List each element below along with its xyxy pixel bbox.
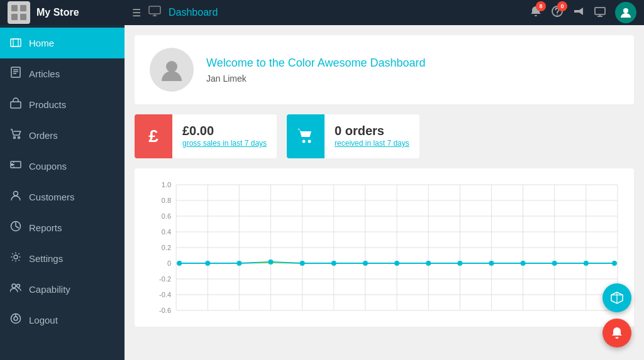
svg-rect-9 <box>595 8 605 14</box>
page-title: Dashboard <box>169 7 218 18</box>
sidebar-item-orders[interactable]: Orders <box>0 120 125 151</box>
svg-rect-14 <box>13 39 18 46</box>
svg-point-8 <box>557 14 558 15</box>
monitor-icon[interactable] <box>148 6 161 20</box>
svg-text:-0.2: -0.2 <box>159 275 171 283</box>
svg-point-27 <box>14 255 18 259</box>
sidebar-capability-label: Capability <box>29 284 70 295</box>
svg-text:0.6: 0.6 <box>162 212 171 220</box>
svg-point-72 <box>269 259 274 265</box>
svg-point-73 <box>300 261 305 266</box>
sidebar-coupons-label: Coupons <box>29 161 67 172</box>
sidebar-item-customers[interactable]: Customers <box>0 182 125 212</box>
fab-box-button[interactable] <box>602 283 631 312</box>
sales-info: £0.00 gross sales in last 7 days <box>172 117 277 155</box>
capability-icon <box>10 282 21 297</box>
chart-card: 1.0 0.8 0.6 0.4 0.2 0 -0.2 -0.4 -0.6 <box>135 168 634 327</box>
screen-button[interactable] <box>594 5 606 21</box>
svg-point-81 <box>552 261 557 266</box>
svg-text:1.0: 1.0 <box>162 181 171 188</box>
chart-svg: 1.0 0.8 0.6 0.4 0.2 0 -0.2 -0.4 -0.6 <box>145 178 624 317</box>
svg-rect-3 <box>20 14 26 20</box>
svg-point-29 <box>17 285 20 288</box>
svg-point-71 <box>236 261 242 266</box>
sidebar-settings-label: Settings <box>29 253 63 264</box>
fab-bell-button[interactable] <box>602 319 631 347</box>
orders-value: 0 orders <box>335 124 384 138</box>
svg-point-79 <box>489 261 494 266</box>
sidebar-item-reports[interactable]: Reports <box>0 212 125 243</box>
announcement-button[interactable] <box>572 5 585 21</box>
svg-point-80 <box>521 261 526 266</box>
sidebar-customers-label: Customers <box>29 192 75 202</box>
svg-text:-0.6: -0.6 <box>159 307 171 314</box>
svg-point-25 <box>14 192 18 196</box>
svg-point-21 <box>18 137 20 139</box>
sidebar-item-settings[interactable]: Settings <box>0 243 125 274</box>
customers-icon <box>10 190 21 204</box>
header-brand: My Store <box>8 1 132 24</box>
logout-icon <box>10 313 21 327</box>
svg-text:0.2: 0.2 <box>162 244 171 251</box>
sidebar-item-products[interactable]: Products <box>0 89 125 120</box>
help-button[interactable]: 0 <box>551 5 564 21</box>
brand-name: My Store <box>36 7 79 18</box>
header-center: ☰ Dashboard <box>132 6 530 20</box>
sidebar-item-coupons[interactable]: Coupons <box>0 151 125 182</box>
sidebar-orders-label: Orders <box>29 130 58 141</box>
bell-fab-icon <box>610 326 624 340</box>
sidebar-articles-label: Articles <box>29 68 60 79</box>
sales-value: £0.00 <box>182 124 214 138</box>
stats-row: £ £0.00 gross sales in last 7 days 0 ord… <box>135 114 634 158</box>
sidebar-home-label: Home <box>29 38 54 48</box>
home-icon <box>10 36 21 50</box>
welcome-card: Welcome to the Color Awesome Dashboard J… <box>135 35 634 104</box>
body: Home Articles Products <box>0 25 644 360</box>
main-content: Welcome to the Color Awesome Dashboard J… <box>125 25 644 360</box>
sidebar-products-label: Products <box>29 99 66 110</box>
stat-card-sales[interactable]: £ £0.00 gross sales in last 7 days <box>135 114 277 158</box>
articles-icon <box>10 67 21 81</box>
svg-text:0.8: 0.8 <box>162 197 171 204</box>
sidebar: Home Articles Products <box>0 25 125 360</box>
svg-text:-0.4: -0.4 <box>159 291 171 298</box>
svg-point-76 <box>394 261 399 266</box>
svg-point-77 <box>426 261 431 266</box>
help-badge: 0 <box>557 1 567 11</box>
pound-icon: £ <box>148 126 158 146</box>
sales-label: gross sales in last 7 days <box>182 138 267 149</box>
svg-rect-19 <box>11 102 21 108</box>
notification-button[interactable]: 8 <box>530 5 542 21</box>
box-fab-icon <box>610 291 624 305</box>
svg-point-70 <box>205 261 210 266</box>
sidebar-item-home[interactable]: Home <box>0 28 125 58</box>
sidebar-item-articles[interactable]: Articles <box>0 58 125 89</box>
svg-point-35 <box>308 140 311 143</box>
hamburger-icon[interactable]: ☰ <box>132 7 141 19</box>
products-icon <box>10 97 21 112</box>
welcome-avatar <box>150 48 194 92</box>
sidebar-item-logout[interactable]: Logout <box>0 305 125 335</box>
coupons-icon <box>10 159 21 173</box>
chart-container: 1.0 0.8 0.6 0.4 0.2 0 -0.2 -0.4 -0.6 <box>145 178 624 317</box>
welcome-title: Welcome to the Color Awesome Dashboard <box>206 57 426 70</box>
svg-point-69 <box>177 261 182 266</box>
svg-text:0: 0 <box>167 259 171 267</box>
sidebar-item-capability[interactable]: Capability <box>0 274 125 305</box>
header: My Store ☰ Dashboard 8 0 <box>0 0 644 25</box>
svg-point-28 <box>12 284 16 288</box>
svg-rect-15 <box>11 67 20 77</box>
svg-point-74 <box>331 261 336 266</box>
svg-point-78 <box>457 261 462 266</box>
stat-card-orders[interactable]: 0 orders received in last 7 days <box>287 114 419 158</box>
svg-text:0.4: 0.4 <box>162 228 171 236</box>
welcome-text: Welcome to the Color Awesome Dashboard J… <box>206 57 426 84</box>
orders-icon-box <box>287 114 325 158</box>
svg-point-20 <box>14 137 16 139</box>
brand-logo <box>8 1 30 24</box>
svg-point-24 <box>11 164 13 165</box>
header-right: 8 0 <box>530 2 636 23</box>
user-avatar[interactable] <box>615 2 636 23</box>
svg-rect-0 <box>11 5 18 11</box>
sidebar-reports-label: Reports <box>29 222 62 233</box>
